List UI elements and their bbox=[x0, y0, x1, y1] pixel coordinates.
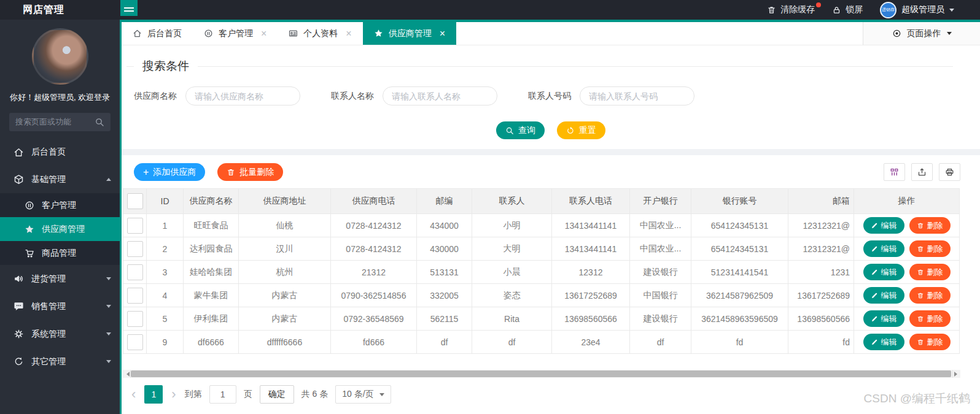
column-header: 银行账号 bbox=[691, 189, 788, 214]
cell-id: 5 bbox=[147, 307, 184, 331]
caret-down-icon bbox=[106, 277, 111, 283]
cell-contact_phone: 23e4 bbox=[552, 331, 630, 354]
select-all-checkbox[interactable] bbox=[127, 193, 143, 209]
delete-button[interactable]: 删除 bbox=[909, 217, 951, 234]
pagination: ‹ 1 › 到第 页 确定 共 6 条 10 条/页 bbox=[130, 385, 980, 404]
reset-button[interactable]: 重置 bbox=[557, 121, 605, 139]
cell-name: 蒙牛集团 bbox=[184, 284, 239, 307]
prev-page-button[interactable]: ‹ bbox=[130, 388, 137, 401]
collapse-menu-button[interactable] bbox=[120, 0, 138, 16]
input-供应商名称[interactable] bbox=[185, 86, 300, 105]
cell-address: 内蒙古 bbox=[239, 307, 331, 331]
tab-后台首页[interactable]: 后台首页 bbox=[122, 22, 193, 45]
trash-icon bbox=[227, 168, 235, 177]
tab-个人资料[interactable]: 个人资料× bbox=[278, 22, 362, 45]
sidebar-item-供应商管理[interactable]: 供应商管理 bbox=[0, 217, 120, 241]
sidebar-menu: 后台首页基础管理客户管理供应商管理商品管理进货管理销售管理系统管理其它管理 bbox=[0, 139, 120, 375]
delete-button[interactable]: 删除 bbox=[909, 334, 951, 350]
cell-email: 13617252689 bbox=[788, 284, 854, 307]
cell-bank: 建设银行 bbox=[630, 307, 691, 331]
cell-address: dfffff6666 bbox=[239, 331, 331, 354]
caret-up-icon bbox=[106, 175, 111, 181]
cell-contact: 小晨 bbox=[472, 261, 552, 284]
tab-客户管理[interactable]: 客户管理× bbox=[193, 22, 278, 45]
cell-account: fd bbox=[691, 331, 788, 354]
row-checkbox[interactable] bbox=[127, 334, 143, 350]
scrollbar-thumb[interactable] bbox=[131, 370, 951, 377]
sidebar-item-基础管理[interactable]: 基础管理 bbox=[0, 166, 120, 193]
trash-icon bbox=[917, 222, 924, 229]
export-icon bbox=[917, 167, 927, 177]
input-联系人名称[interactable] bbox=[383, 86, 497, 105]
chevron-down-icon bbox=[947, 32, 952, 37]
delete-button[interactable]: 删除 bbox=[909, 287, 951, 304]
close-icon[interactable]: × bbox=[440, 28, 445, 39]
query-button[interactable]: 查询 bbox=[496, 121, 545, 139]
sidebar-item-客户管理[interactable]: 客户管理 bbox=[0, 193, 120, 217]
cell-email: fd bbox=[788, 331, 854, 354]
edit-button[interactable]: 编辑 bbox=[863, 264, 904, 280]
edit-button[interactable]: 编辑 bbox=[863, 310, 904, 327]
delete-button[interactable]: 删除 bbox=[909, 240, 951, 257]
confirm-page-button[interactable]: 确定 bbox=[260, 385, 294, 404]
sidebar-item-商品管理[interactable]: 商品管理 bbox=[0, 241, 120, 265]
delete-button[interactable]: 删除 bbox=[909, 310, 951, 327]
watermark: CSDN @编程千纸鹤 bbox=[864, 391, 970, 407]
scroll-right-arrow[interactable] bbox=[952, 370, 960, 378]
delete-button[interactable]: 删除 bbox=[909, 264, 951, 280]
hamburger-icon bbox=[124, 4, 134, 6]
edit-button[interactable]: 编辑 bbox=[863, 334, 904, 350]
idcard-icon bbox=[289, 29, 298, 38]
cell-contact: 姿态 bbox=[472, 284, 552, 307]
cell-zip: 332005 bbox=[417, 284, 472, 307]
cell-address: 内蒙古 bbox=[239, 284, 331, 307]
clear-cache-button[interactable]: 清除缓存 bbox=[767, 4, 815, 15]
column-header: 供应商名称 bbox=[184, 189, 239, 214]
cell-name: df6666 bbox=[184, 331, 239, 354]
row-checkbox[interactable] bbox=[127, 288, 143, 304]
goto-page-input[interactable] bbox=[209, 385, 236, 404]
cycle-icon bbox=[14, 356, 24, 367]
row-checkbox[interactable] bbox=[127, 311, 143, 327]
edit-button[interactable]: 编辑 bbox=[863, 217, 904, 234]
edit-button[interactable]: 编辑 bbox=[863, 240, 904, 257]
cell-email: 12312321@ bbox=[788, 237, 854, 261]
edit-button[interactable]: 编辑 bbox=[863, 287, 904, 304]
cell-actions: 编辑删除 bbox=[854, 237, 960, 261]
user-menu[interactable]: 进销存 超级管理员 bbox=[880, 2, 954, 18]
sidebar-item-后台首页[interactable]: 后台首页 bbox=[0, 139, 120, 166]
sidebar-item-系统管理[interactable]: 系统管理 bbox=[0, 320, 120, 348]
current-page-button[interactable]: 1 bbox=[144, 385, 163, 404]
cell-phone: fd666 bbox=[331, 331, 417, 354]
batch-delete-button[interactable]: 批量删除 bbox=[217, 163, 283, 181]
cell-contact_phone: 13698560566 bbox=[552, 307, 630, 331]
input-联系人号码[interactable] bbox=[580, 86, 694, 105]
close-icon[interactable]: × bbox=[261, 28, 266, 39]
cell-email: 13698560566 bbox=[788, 307, 854, 331]
sidebar-item-进货管理[interactable]: 进货管理 bbox=[0, 265, 120, 293]
user-logo-badge: 进销存 bbox=[880, 2, 896, 18]
sidebar-item-其它管理[interactable]: 其它管理 bbox=[0, 348, 120, 375]
page-size-select[interactable]: 10 条/页 bbox=[335, 385, 391, 404]
add-supplier-button[interactable]: + 添加供应商 bbox=[134, 163, 205, 181]
close-icon[interactable]: × bbox=[346, 28, 351, 39]
row-checkbox[interactable] bbox=[127, 264, 143, 280]
cell-name: 伊利集团 bbox=[184, 307, 239, 331]
tool-print-button[interactable] bbox=[939, 163, 960, 181]
tool-filter-columns-button[interactable] bbox=[884, 163, 905, 181]
sidebar-search-input[interactable]: 搜索页面或功能 bbox=[9, 113, 111, 131]
page-actions-menu[interactable]: 页面操作 bbox=[863, 22, 980, 45]
lock-screen-button[interactable]: 锁屏 bbox=[832, 4, 863, 15]
row-checkbox[interactable] bbox=[127, 218, 143, 234]
home-icon bbox=[14, 147, 24, 158]
top-header: 网店管理 清除缓存 锁屏 进销存 超级管理员 bbox=[0, 0, 980, 20]
scroll-left-arrow[interactable] bbox=[123, 370, 131, 378]
row-checkbox[interactable] bbox=[127, 241, 143, 257]
cell-email: 12312321@ bbox=[788, 214, 854, 237]
next-page-button[interactable]: › bbox=[170, 388, 177, 401]
sidebar-item-销售管理[interactable]: 销售管理 bbox=[0, 293, 120, 320]
main-area: 后台首页客户管理×个人资料×供应商管理×页面操作 搜索条件 供应商名称联系人名称… bbox=[120, 20, 980, 414]
pencil-icon bbox=[871, 292, 878, 299]
tab-供应商管理[interactable]: 供应商管理× bbox=[363, 22, 456, 45]
tool-export-button[interactable] bbox=[911, 163, 933, 181]
